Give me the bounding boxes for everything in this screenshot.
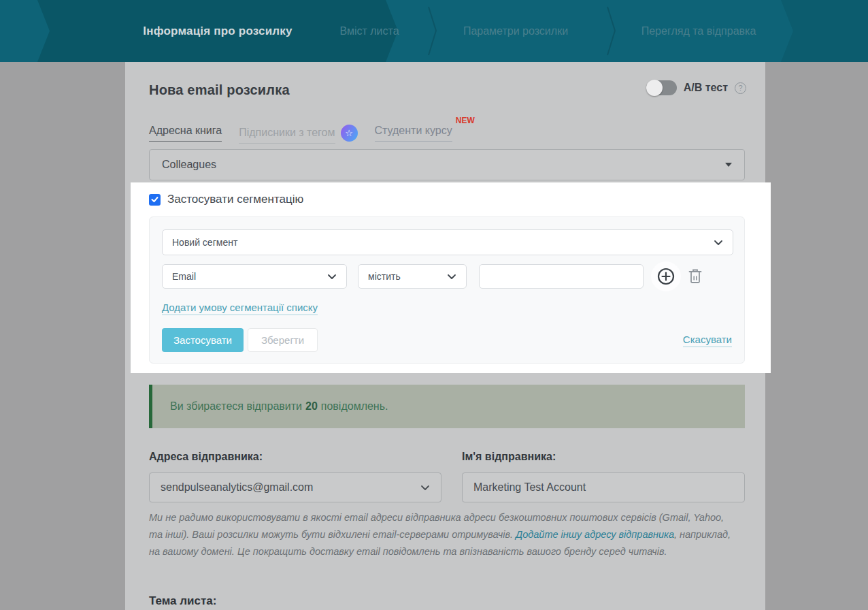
header-right-wedge [781,0,868,62]
tab-course-students-label: Студенти курсу [375,125,452,142]
sender-address-value: sendpulseanalytics@gmail.com [161,481,313,494]
page-title: Нова email розсилка [149,82,290,98]
tab-course-students[interactable]: Студенти курсу NEW [375,125,452,142]
apply-segmentation-checkbox[interactable] [149,194,161,206]
subject-label: Тема листа: [149,594,216,608]
save-button[interactable]: Зберегти [248,328,318,352]
plus-circle-icon [656,267,675,286]
tab-campaign-info-label: Інформація про розсилку [143,25,292,38]
apply-segmentation-label: Застосувати сегментацію [167,193,303,206]
segmentation-spotlight: Застосувати сегментацію Новий сегмент Em… [131,182,771,373]
condition-field-select[interactable]: Email [162,264,347,289]
condition-operator-select[interactable]: містить [358,264,467,289]
add-condition-button[interactable] [651,261,681,291]
tab-letter-content[interactable]: Вміст листа [339,0,399,62]
apply-segmentation-row[interactable]: Застосувати сегментацію [149,193,303,206]
condition-field-value: Email [172,271,196,282]
tab-subscribers-with-tag-label: Підписники з тегом [239,127,335,144]
condition-value-input[interactable] [479,264,644,289]
step-divider [606,5,617,57]
add-segmentation-condition-link[interactable]: Додати умову сегментації списку [162,302,318,315]
cancel-link[interactable]: Скасувати [683,334,732,347]
tab-campaign-params-label: Параметри розсилки [463,25,568,37]
ab-test-group: A/B тест ? [646,80,746,95]
tab-address-book[interactable]: Адресна книга [149,125,222,142]
new-badge: NEW [456,116,475,125]
tab-preview-send-label: Перегляд та відправка [641,25,756,37]
alert-text-suffix: повідомлень. [321,400,388,413]
addressbook-select-value: Colleagues [162,159,216,171]
alert-count: 20 [305,400,318,413]
send-count-alert: Ви збираєтеся відправити 20 повідомлень. [149,385,745,428]
sender-name-label: Ім'я відправника: [462,451,556,463]
wizard-steps-header: Інформація про розсилку Вміст листа Пара… [0,0,868,62]
add-sender-address-link[interactable]: Додайте іншу адресу відправника [516,529,674,540]
caret-down-icon [725,163,732,167]
toggle-knob [646,80,663,96]
chevron-down-icon [714,240,723,246]
tab-address-book-label: Адресна книга [149,125,222,142]
sender-address-label: Адреса відправника: [149,451,263,463]
tab-preview-send[interactable]: Перегляд та відправка [641,0,756,62]
star-badge-icon: ☆ [341,125,358,142]
ab-test-label: A/B тест [684,82,728,94]
sender-name-input[interactable] [462,472,745,502]
segmentation-panel: Новий сегмент Email містить [149,216,745,364]
chevron-down-icon [447,274,456,280]
segment-select-value: Новий сегмент [172,237,237,248]
campaign-setup-page: Інформація про розсилку Вміст листа Пара… [0,0,868,610]
sender-address-select[interactable]: sendpulseanalytics@gmail.com [149,472,441,502]
help-question-icon[interactable]: ? [735,82,746,94]
condition-row: Email містить [162,264,732,289]
tab-letter-content-label: Вміст листа [339,25,399,37]
delete-condition-button[interactable] [688,268,703,285]
alert-text: Ви збираєтеся відправити [170,400,302,413]
trash-icon [688,268,703,285]
recipient-source-tabs: Адресна книга Підписники з тегом ☆ Студе… [149,125,452,145]
ab-test-toggle[interactable] [646,80,677,95]
sender-disclaimer: Ми не радимо використовувати в якості em… [149,509,733,560]
condition-operator-value: містить [368,271,401,282]
tab-campaign-params[interactable]: Параметри розсилки [463,0,568,62]
addressbook-select[interactable]: Colleagues [149,149,745,180]
check-icon [150,195,159,204]
tab-subscribers-with-tag[interactable]: Підписники з тегом ☆ [239,125,357,145]
segmentation-actions: Застосувати Зберегти Скасувати [162,328,732,352]
step-divider [427,5,438,57]
chevron-down-icon [420,485,430,491]
apply-button[interactable]: Застосувати [162,328,244,352]
chevron-down-icon [327,274,337,280]
segment-select[interactable]: Новий сегмент [162,229,733,255]
